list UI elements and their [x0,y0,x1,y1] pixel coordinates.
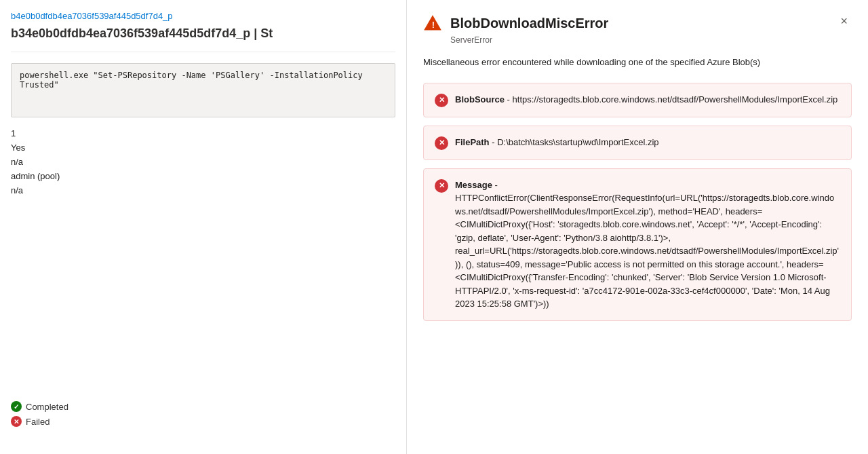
status-failed: Failed [11,416,68,427]
info-row: n/a [11,185,395,195]
error-card-content-3: Message - HTTPConflictError(ClientRespon… [455,178,840,311]
error-value-2: D:\batch\tasks\startup\wd\ImportExcel.zi… [497,137,658,147]
error-separator-3: - [495,180,498,190]
breadcrumb-link[interactable]: b4e0b0dfdb4ea7036f539af445d5df7d4_p [11,11,395,21]
close-button[interactable]: × [836,14,852,29]
right-panel: ! BlobDownloadMiscError × ServerError Mi… [407,0,868,454]
status-completed: Completed [11,401,68,412]
warning-icon: ! [423,14,442,33]
divider [11,52,395,52]
command-box: powershell.exe "Set-PSRepository -Name '… [11,63,395,117]
error-value-3: HTTPConflictError(ClientResponseError(Re… [455,193,839,309]
info-value-4: admin (pool) [11,171,60,181]
error-card-content-1: BlobSource - https://storagedts.blob.cor… [455,93,840,107]
error-description: Miscellaneous error encountered while do… [423,56,852,69]
error-label-1: BlobSource [455,94,505,105]
error-separator-1: - [507,94,513,105]
info-value-3: n/a [11,157,23,167]
error-x-icon-2 [435,136,448,150]
completed-label: Completed [26,402,68,412]
info-row: admin (pool) [11,171,395,181]
info-value-5: n/a [11,185,23,195]
failed-icon [11,416,22,427]
info-value-2: Yes [11,143,25,153]
info-table: 1 Yes n/a admin (pool) n/a [11,128,395,195]
error-value-1: https://storagedts.blob.core.windows.net… [513,94,838,105]
status-section: Completed Failed [11,401,68,427]
error-label-3: Message [455,180,492,190]
page-title: b34e0b0dfdb4ea7036f539af445d5df7d4_p | S… [11,26,395,41]
error-card-content-2: FilePath - D:\batch\tasks\startup\wd\Imp… [455,136,840,149]
completed-icon [11,401,22,412]
info-row: 1 [11,128,395,138]
error-x-icon-3 [435,179,448,193]
error-card-message: Message - HTTPConflictError(ClientRespon… [423,168,852,321]
info-value-1: 1 [11,128,16,138]
failed-label: Failed [26,417,50,427]
error-label-2: FilePath [455,137,490,147]
error-title-row: ! BlobDownloadMiscError [423,14,608,33]
error-header: ! BlobDownloadMiscError × [423,14,852,33]
error-card-filepath: FilePath - D:\batch\tasks\startup\wd\Imp… [423,126,852,160]
svg-text:!: ! [432,20,435,30]
error-separator-2: - [492,137,497,147]
error-subtitle: ServerError [450,35,852,45]
error-card-blobsource: BlobSource - https://storagedts.blob.cor… [423,83,852,117]
error-x-icon-1 [435,94,448,107]
error-title: BlobDownloadMiscError [450,16,608,31]
info-row: n/a [11,157,395,167]
info-row: Yes [11,143,395,153]
left-panel: b4e0b0dfdb4ea7036f539af445d5df7d4_p b34e… [0,0,407,454]
